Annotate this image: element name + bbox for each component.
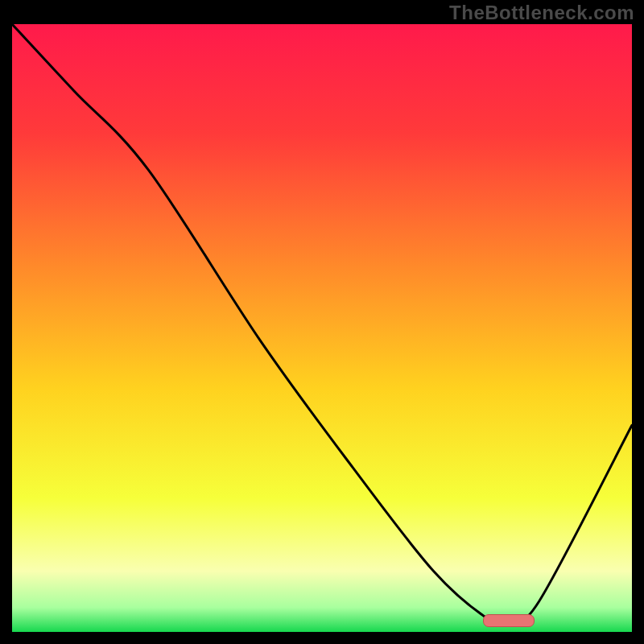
chart-frame: TheBottleneck.com xyxy=(0,0,644,644)
bottleneck-chart xyxy=(12,24,632,632)
watermark-text: TheBottleneck.com xyxy=(449,2,634,24)
plot-area xyxy=(12,24,632,632)
gradient-background xyxy=(12,24,632,632)
optimal-range-marker xyxy=(483,614,535,627)
